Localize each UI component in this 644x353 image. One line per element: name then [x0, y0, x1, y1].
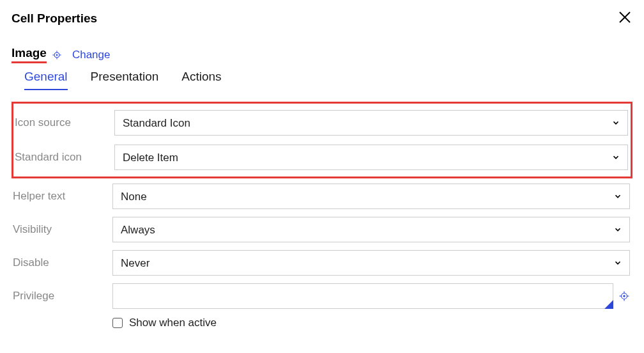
close-icon	[617, 10, 632, 25]
close-button[interactable]	[617, 9, 632, 28]
icon-source-select[interactable]: Standard Icon	[114, 110, 628, 136]
standard-icon-select[interactable]: Delete Item	[114, 145, 628, 170]
change-link[interactable]: Change	[72, 49, 111, 61]
visibility-select[interactable]: Always	[112, 217, 630, 242]
target-icon[interactable]	[52, 50, 62, 60]
svg-point-9	[624, 295, 625, 297]
tab-actions[interactable]: Actions	[181, 70, 221, 90]
show-when-active-checkbox[interactable]	[112, 318, 123, 328]
show-when-active-label: Show when active	[129, 317, 217, 329]
standard-icon-label: Standard icon	[13, 151, 114, 164]
privilege-input[interactable]	[112, 283, 613, 309]
svg-point-3	[56, 54, 57, 56]
privilege-target-button[interactable]	[618, 290, 630, 302]
helper-text-label: Helper text	[12, 190, 112, 203]
helper-text-select[interactable]: None	[112, 184, 630, 209]
tab-presentation[interactable]: Presentation	[91, 70, 159, 90]
privilege-label: Privilege	[12, 290, 112, 302]
highlighted-section: Icon source Standard Icon Standard icon …	[12, 102, 632, 178]
disable-select[interactable]: Never	[112, 250, 630, 276]
tab-general[interactable]: General	[24, 70, 68, 90]
disable-label: Disable	[12, 256, 112, 269]
dialog-title: Cell Properties	[12, 12, 97, 26]
visibility-label: Visibility	[12, 223, 112, 236]
image-section-title: Image	[12, 46, 47, 63]
icon-source-label: Icon source	[13, 116, 114, 129]
